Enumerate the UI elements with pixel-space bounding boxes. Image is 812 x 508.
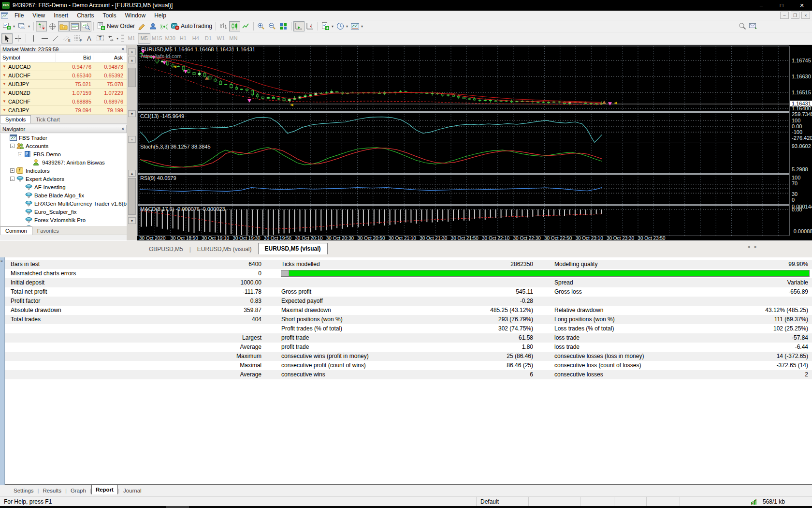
status-profile[interactable]: Default <box>476 497 528 507</box>
scroll-down-icon[interactable]: ▼ <box>128 110 136 117</box>
tester-tab-journal[interactable]: Journal <box>119 486 145 495</box>
menu-insert[interactable]: Insert <box>49 11 72 20</box>
chart-tab-1[interactable]: EURUSD,M5 (visual) <box>191 244 258 254</box>
candle-chart-icon[interactable] <box>229 21 240 31</box>
chart-tab-0[interactable]: GBPUSD,M5 <box>143 244 189 254</box>
data-window-icon[interactable] <box>47 21 58 31</box>
tree-item[interactable]: Euro_Scalper_fix <box>0 208 127 216</box>
tree-item[interactable]: Babe Blade Algo_fix <box>0 191 127 199</box>
trendline-icon[interactable] <box>50 33 61 44</box>
timeframe-m1[interactable]: M1 <box>125 33 138 44</box>
menu-file[interactable]: File <box>10 11 28 20</box>
close-button[interactable]: ✕ <box>792 0 812 11</box>
crosshair-icon[interactable] <box>13 33 24 44</box>
tester-tab-report[interactable]: Report <box>91 485 118 494</box>
navigator-close-icon[interactable]: × <box>121 126 124 132</box>
menu-tools[interactable]: Tools <box>99 11 121 20</box>
tester-icon[interactable] <box>80 21 91 31</box>
menu-window[interactable]: Window <box>121 11 150 20</box>
timeframe-h1[interactable]: H1 <box>177 33 189 44</box>
tab-symbols[interactable]: Symbols <box>0 115 31 123</box>
vline-icon[interactable] <box>28 33 39 44</box>
tab-tick-chart[interactable]: Tick Chart <box>31 116 65 123</box>
line-chart-icon[interactable] <box>240 21 251 31</box>
minimize-button[interactable]: – <box>751 0 771 11</box>
scroll-up-icon[interactable]: ▲ <box>128 170 136 177</box>
tree-item[interactable]: AF-Investing <box>0 183 127 191</box>
collapse-icon[interactable]: - <box>10 177 14 181</box>
menu-charts[interactable]: Charts <box>72 11 98 20</box>
auto-scroll-icon[interactable] <box>293 21 304 31</box>
signals-icon[interactable] <box>159 21 170 31</box>
terminal-icon[interactable] <box>69 21 80 31</box>
feedback-icon[interactable] <box>748 21 759 31</box>
child-close-button[interactable]: × <box>801 12 810 19</box>
fibonacci-icon[interactable]: F <box>72 33 84 44</box>
tree-item[interactable]: 9439267: Anirban Biswas <box>0 158 127 166</box>
autotrading-icon[interactable]: AutoTrading <box>170 21 214 31</box>
market-watch-row[interactable]: ▼CADJPY79.09479.199 <box>0 106 127 115</box>
collapse-icon[interactable]: - <box>18 152 22 156</box>
child-restore-button[interactable]: ❐ <box>791 12 799 19</box>
price-chart[interactable]: EURUSD,M5 1.16464 1.16468 1.16431 1.1643… <box>137 45 812 240</box>
new-order-icon[interactable]: New Order <box>96 21 136 31</box>
market-watch-row[interactable]: ▼AUDCAD0.947760.94873 <box>0 62 127 71</box>
tester-tab-graph[interactable]: Graph <box>67 486 90 495</box>
label-icon[interactable]: T <box>95 33 106 44</box>
tester-close-icon[interactable]: × <box>0 259 3 263</box>
market-watch-close-icon[interactable]: × <box>121 46 124 52</box>
market-watch-row[interactable]: ▼AUDCHF0.653400.65392 <box>0 71 127 80</box>
tester-tab-settings[interactable]: Settings <box>10 486 38 495</box>
child-minimize-button[interactable]: – <box>780 12 789 19</box>
bar-chart-icon[interactable] <box>218 21 229 31</box>
column-ask[interactable]: Ask <box>93 53 125 62</box>
hline-icon[interactable] <box>39 33 50 44</box>
tab-scroll-right-icon[interactable]: ► <box>754 244 758 249</box>
chart-shift-icon[interactable] <box>304 21 316 31</box>
tree-item[interactable]: +fIndicators <box>0 166 127 175</box>
shapes-icon[interactable]: ▾ <box>106 33 120 44</box>
cursor-icon[interactable] <box>1 33 13 44</box>
templates-icon[interactable]: ▾ <box>349 21 364 31</box>
expand-icon[interactable]: + <box>10 168 14 173</box>
market-watch-row[interactable]: ▼AUDJPY75.02175.078 <box>0 80 127 89</box>
scroll-down-icon[interactable]: ▼ <box>128 217 136 224</box>
menu-view[interactable]: View <box>28 11 49 20</box>
menu-help[interactable]: Help <box>150 11 171 20</box>
tile-windows-icon[interactable] <box>278 21 289 31</box>
scroll-up-icon[interactable]: ▲ <box>128 57 136 63</box>
search-icon[interactable] <box>737 21 748 31</box>
column-bid[interactable]: Bid <box>56 53 93 62</box>
community-icon[interactable] <box>147 21 159 31</box>
market-watch-row[interactable]: ▼AUDNZD1.071591.07229 <box>0 89 127 97</box>
timeframe-m30[interactable]: M30 <box>163 33 176 44</box>
scrollbar-thumb[interactable] <box>128 178 136 215</box>
tree-item[interactable]: -Accounts <box>0 142 127 150</box>
dock-close-icon[interactable]: × <box>128 136 136 143</box>
new-chart-icon[interactable]: ▾ <box>1 21 16 31</box>
timeframe-w1[interactable]: W1 <box>215 33 227 44</box>
timeframe-mn[interactable]: MN <box>227 33 240 44</box>
market-watch-row[interactable]: ▼CADCHF0.688850.68976 <box>0 97 127 106</box>
column-symbol[interactable]: Symbol <box>0 53 56 62</box>
timeframe-d1[interactable]: D1 <box>202 33 215 44</box>
navigator-icon[interactable] <box>58 21 69 31</box>
tree-item[interactable]: Forex Vzlomshik Pro <box>0 216 127 224</box>
text-icon[interactable]: A <box>84 33 95 44</box>
indicators-add-icon[interactable]: ▾ <box>320 21 335 31</box>
collapse-icon[interactable]: - <box>10 144 14 148</box>
tester-tab-results[interactable]: Results <box>39 486 65 495</box>
restore-button[interactable]: □ <box>771 0 792 11</box>
tree-item[interactable]: ERXGen MultiCurrency Trader v1.6(b <box>0 199 127 208</box>
profiles-icon[interactable]: ▾ <box>16 21 31 31</box>
chart-tab-2[interactable]: EURUSD,M5 (visual) <box>258 243 328 254</box>
periods-icon[interactable]: ▾ <box>335 21 349 31</box>
scrollbar-thumb[interactable] <box>128 68 136 87</box>
dock-close-icon[interactable]: × <box>128 48 136 55</box>
tree-item[interactable]: -Expert Advisors <box>0 175 127 183</box>
zoom-in-icon[interactable] <box>256 21 267 31</box>
tab-scroll-left-icon[interactable]: ◄ <box>746 244 751 249</box>
timeframe-m15[interactable]: M15 <box>150 33 163 44</box>
tab-common[interactable]: Common <box>0 226 32 235</box>
metaeditor-icon[interactable] <box>136 21 147 31</box>
